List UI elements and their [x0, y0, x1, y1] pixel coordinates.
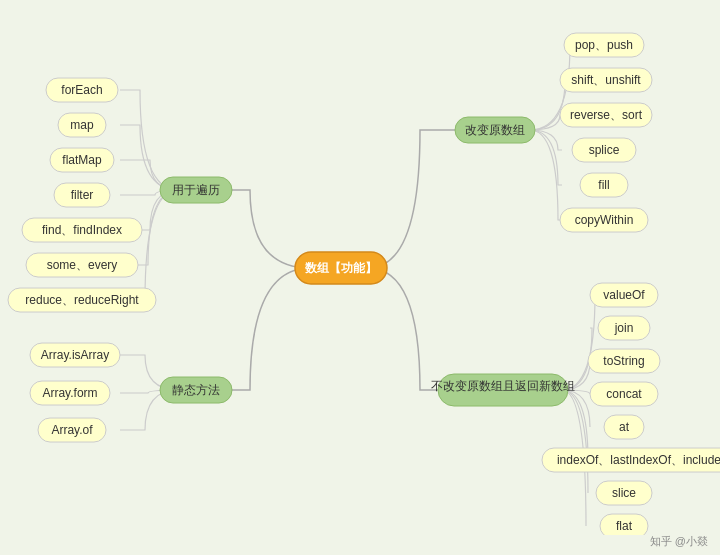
node-slice: slice	[612, 486, 636, 500]
watermark: 知乎 @小燚	[650, 534, 708, 549]
node-concat: concat	[606, 387, 642, 401]
node-valueOf: valueOf	[603, 288, 645, 302]
node-Array-form: Array.form	[42, 386, 97, 400]
node-forEach: forEach	[61, 83, 102, 97]
node-静态方法: 静态方法	[172, 383, 220, 397]
node-filter: filter	[71, 188, 94, 202]
node-不改变原数组: 不改变原数组且返回新数组	[431, 379, 575, 393]
node-Array-of: Array.of	[51, 423, 93, 437]
node-toString: toString	[603, 354, 644, 368]
node-center: 数组【功能】	[304, 261, 377, 275]
node-Array-isArray: Array.isArray	[41, 348, 109, 362]
node-indexOf-lastIndexOf-includes: indexOf、lastIndexOf、includes	[557, 453, 720, 467]
node-some-every: some、every	[47, 258, 118, 272]
node-find-findIndex: find、findIndex	[42, 223, 122, 237]
node-map: map	[70, 118, 94, 132]
node-reduce-reduceRight: reduce、reduceRight	[25, 293, 139, 307]
node-reverse-sort: reverse、sort	[570, 108, 643, 122]
node-fill: fill	[598, 178, 609, 192]
node-改变原数组: 改变原数组	[465, 123, 525, 137]
node-join: join	[614, 321, 634, 335]
node-pop-push: pop、push	[575, 38, 633, 52]
node-用于遍历: 用于遍历	[172, 183, 220, 197]
node-splice: splice	[589, 143, 620, 157]
node-flat: flat	[616, 519, 633, 533]
node-shift-unshift: shift、unshift	[571, 73, 641, 87]
node-at: at	[619, 420, 630, 434]
node-copyWithin: copyWithin	[575, 213, 634, 227]
mind-map: forEach map flatMap filter find、findInde…	[0, 0, 720, 535]
node-flatMap: flatMap	[62, 153, 102, 167]
